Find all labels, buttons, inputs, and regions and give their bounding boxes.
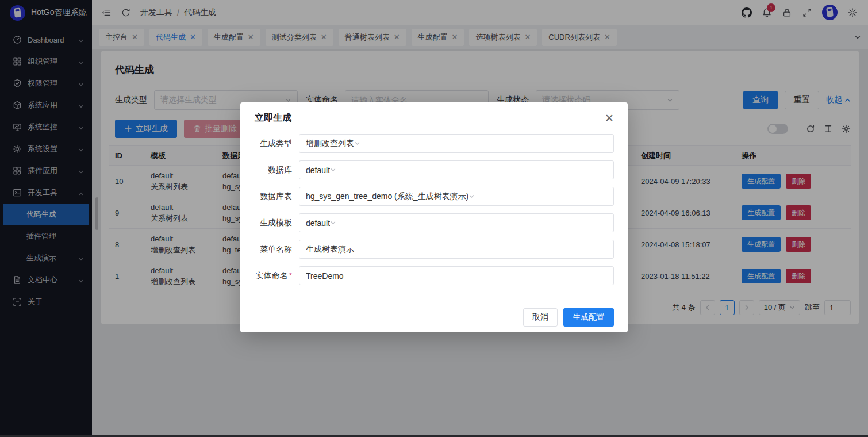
modal-field-实体命名: 实体命名*	[255, 266, 614, 285]
modal-select-生成类型[interactable]: 增删改查列表	[299, 134, 614, 153]
modal-body: 生成类型增删改查列表数据库default数据库表hg_sys_gen_tree_…	[255, 134, 614, 285]
modal-field-生成类型: 生成类型增删改查列表	[255, 134, 614, 153]
modal-field-数据库: 数据库default	[255, 160, 614, 179]
chevron-down-icon	[330, 218, 336, 228]
chevron-down-icon	[354, 139, 360, 148]
close-icon[interactable]: ✕	[605, 113, 614, 124]
modal-field-生成模板: 生成模板default	[255, 213, 614, 232]
modal-input-实体命名[interactable]	[299, 266, 614, 285]
modal-title: 立即生成	[255, 112, 291, 124]
chevron-down-icon	[468, 192, 475, 201]
modal-select-数据库[interactable]: default	[299, 160, 614, 179]
modal-footer: 取消 生成配置	[255, 308, 614, 327]
modal-header: 立即生成 ✕	[255, 112, 614, 124]
chevron-down-icon	[330, 166, 336, 175]
generate-now-modal: 立即生成 ✕ 生成类型增删改查列表数据库default数据库表hg_sys_ge…	[240, 102, 628, 332]
modal-select-数据库表[interactable]: hg_sys_gen_tree_demo (系统_生成树表演示)	[299, 187, 614, 206]
cancel-button[interactable]: 取消	[523, 308, 558, 327]
modal-submit-button[interactable]: 生成配置	[563, 308, 614, 327]
modal-field-菜单名称: 菜单名称	[255, 240, 614, 259]
modal-input-菜单名称[interactable]	[299, 240, 614, 259]
modal-select-生成模板[interactable]: default	[299, 213, 614, 232]
modal-field-数据库表: 数据库表hg_sys_gen_tree_demo (系统_生成树表演示)	[255, 187, 614, 206]
